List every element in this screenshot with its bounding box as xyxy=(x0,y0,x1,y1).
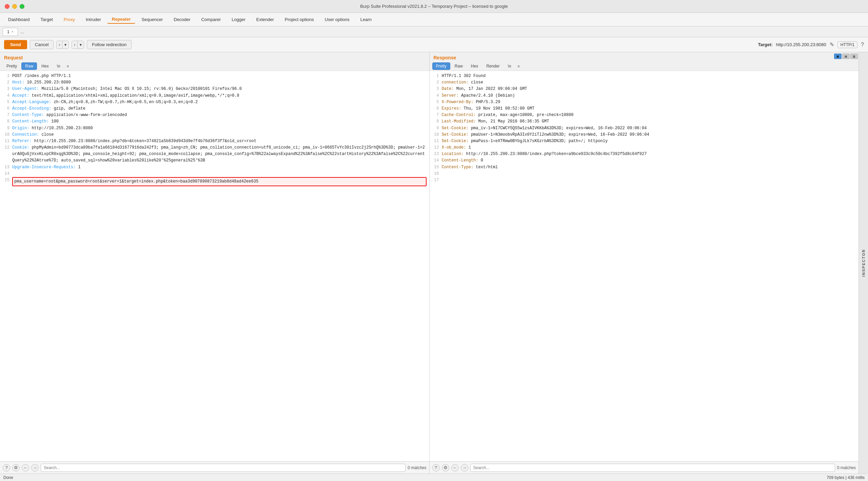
view-toggle-single[interactable]: ▥ xyxy=(850,54,858,59)
menu-repeater[interactable]: Repeater xyxy=(107,15,136,24)
request-line: 1POST /index.php HTTP/1.1 xyxy=(3,73,427,79)
help-icon[interactable]: ? xyxy=(861,42,864,48)
response-line: 16 xyxy=(432,171,856,177)
request-matches-label: 0 matches xyxy=(408,465,426,470)
menu-decoder[interactable]: Decoder xyxy=(169,16,195,23)
follow-redirection-button[interactable]: Follow redirection xyxy=(87,40,132,49)
target-url: http://10.255.200.23:8080 xyxy=(776,42,826,47)
request-line: 14 xyxy=(3,171,427,177)
menu-proxy[interactable]: Proxy xyxy=(59,16,80,23)
resp-tab-newline[interactable]: \n xyxy=(504,62,515,70)
status-size: 709 bytes | 436 millis xyxy=(827,475,865,480)
req-tab-menu-icon[interactable]: ≡ xyxy=(65,63,71,69)
response-search-next-icon[interactable]: → xyxy=(461,464,468,472)
menu-project-options[interactable]: Project options xyxy=(280,16,319,23)
response-line: 8Last-Modified: Mon, 21 May 2018 06:36:3… xyxy=(432,118,856,125)
tabbar: 1 × ... xyxy=(0,26,868,37)
menu-learn[interactable]: Learn xyxy=(356,16,376,23)
resp-tab-pretty[interactable]: Pretty xyxy=(432,62,450,70)
menu-extender[interactable]: Extender xyxy=(252,16,279,23)
menu-intruder[interactable]: Intruder xyxy=(81,16,106,23)
http-version-badge[interactable]: HTTP/1 xyxy=(837,41,857,48)
response-header: Response xyxy=(430,52,859,62)
menu-comparer[interactable]: Comparer xyxy=(196,16,225,23)
request-line: 2Host: 10.255.200.23:8080 xyxy=(3,79,427,86)
nav-forward-button[interactable]: › xyxy=(72,41,78,49)
req-tab-newline[interactable]: \n xyxy=(53,62,64,70)
request-line: 13Upgrade-Insecure-Requests: 1 xyxy=(3,164,427,171)
response-line: 12X-ob_mode: 1 xyxy=(432,145,856,151)
response-settings-icon[interactable]: ⚙ xyxy=(442,464,449,472)
menu-user-options[interactable]: User options xyxy=(320,16,354,23)
response-line: 2connection: close xyxy=(432,79,856,86)
tab-close-icon[interactable]: × xyxy=(12,30,14,34)
resp-tab-menu-icon[interactable]: ≡ xyxy=(516,63,522,69)
request-settings-icon[interactable]: ⚙ xyxy=(12,464,20,472)
resp-tab-hex[interactable]: Hex xyxy=(467,62,482,70)
titlebar: Burp Suite Professional v2021.8.2 – Temp… xyxy=(0,0,868,13)
target-label: Target: xyxy=(758,42,772,47)
response-matches-label: 0 matches xyxy=(837,465,856,470)
menu-dashboard[interactable]: Dashboard xyxy=(3,16,35,23)
response-help-icon[interactable]: ? xyxy=(432,464,440,472)
response-line: 10Set-Cookie: pmaUser-1=N3moobvRpA3Ix0Y2… xyxy=(432,132,856,138)
response-line: 9Set-Cookie: pma_iv-1=NI7CWCY5QS5w1zsAIV… xyxy=(432,125,856,132)
statusbar: Done 709 bytes | 436 millis xyxy=(0,474,868,481)
response-search-bar: ? ⚙ ← → 0 matches xyxy=(430,461,859,474)
request-header: Request xyxy=(0,52,429,62)
request-line: 5Accept-Language: zh-CN,zh;q=0.8,zh-TW;q… xyxy=(3,99,427,105)
req-tab-pretty[interactable]: Pretty xyxy=(3,62,21,70)
inspector-label: INSPECTOR xyxy=(862,249,866,277)
req-tab-raw[interactable]: Raw xyxy=(21,62,37,70)
panels-wrapper: Request Pretty Raw Hex \n ≡ 1POST /index… xyxy=(0,52,859,474)
target-info: Target: http://10.255.200.23:8080 ✎ HTTP… xyxy=(758,41,864,48)
maximize-button[interactable] xyxy=(20,4,24,9)
view-toggles: ▦ ▤ ▥ xyxy=(834,54,858,59)
response-line: 6Expires: Thu, 19 Nov 1981 08:52:00 GMT xyxy=(432,105,856,112)
window-title: Burp Suite Professional v2021.8.2 – Temp… xyxy=(360,4,508,9)
nav-forward-dropdown[interactable]: ▾ xyxy=(78,41,84,49)
response-line: 13Location: http://10.255.200.23:8080/in… xyxy=(432,151,856,157)
resp-tab-raw[interactable]: Raw xyxy=(451,62,467,70)
tab-label: 1 xyxy=(7,30,9,34)
repeater-tab-1[interactable]: 1 × xyxy=(3,28,18,36)
request-search-bar: ? ⚙ ← → 0 matches xyxy=(0,461,429,474)
nav-back-button[interactable]: ‹ xyxy=(57,41,62,49)
request-search-prev-icon[interactable]: ← xyxy=(22,464,29,472)
close-button[interactable] xyxy=(5,4,9,9)
response-line: 11Set-Cookie: pmaPass-1=eXTRmw0BYbgJLk7s… xyxy=(432,138,856,145)
menu-target[interactable]: Target xyxy=(36,16,58,23)
response-line: 5X-Powered-By: PHP/5.3.29 xyxy=(432,99,856,105)
request-line: 15pma_username=root&pma_password=root&se… xyxy=(3,177,427,186)
response-line: 17 xyxy=(432,177,856,184)
request-line: 3User-Agent: Mozilla/5.0 (Macintosh; Int… xyxy=(3,86,427,92)
view-toggle-stacked[interactable]: ▤ xyxy=(842,54,850,59)
edit-target-icon[interactable]: ✎ xyxy=(830,41,834,48)
response-search-prev-icon[interactable]: ← xyxy=(451,464,459,472)
menu-logger[interactable]: Logger xyxy=(227,16,250,23)
resp-tab-render[interactable]: Render xyxy=(482,62,503,70)
minimize-button[interactable] xyxy=(12,4,17,9)
response-line: 15Content-Type: text/html xyxy=(432,164,856,171)
cancel-button[interactable]: Cancel xyxy=(30,40,54,49)
req-tab-hex[interactable]: Hex xyxy=(38,62,52,70)
request-lines: 1POST /index.php HTTP/1.12Host: 10.255.2… xyxy=(3,73,427,186)
response-search-input[interactable] xyxy=(470,464,835,472)
request-line: 10Connection: close xyxy=(3,132,427,138)
request-line: 11Referer: http://10.255.200.23:8080/ind… xyxy=(3,138,427,145)
target-icons: ✎ xyxy=(830,41,834,48)
tab-more[interactable]: ... xyxy=(18,30,27,34)
menu-sequencer[interactable]: Sequencer xyxy=(137,16,167,23)
request-help-icon[interactable]: ? xyxy=(3,464,10,472)
send-button[interactable]: Send xyxy=(4,40,27,49)
window-controls xyxy=(5,4,24,9)
view-toggle-split[interactable]: ▦ xyxy=(834,54,842,59)
request-search-input[interactable] xyxy=(41,464,406,472)
request-line: 8Content-Length: 100 xyxy=(3,118,427,125)
request-panel: Request Pretty Raw Hex \n ≡ 1POST /index… xyxy=(0,52,430,474)
inspector-panel[interactable]: INSPECTOR xyxy=(859,52,868,474)
nav-back-dropdown[interactable]: ▾ xyxy=(62,41,68,49)
request-search-next-icon[interactable]: → xyxy=(31,464,39,472)
response-line: 4Server: Apache/2.4.10 (Debian) xyxy=(432,93,856,99)
response-line: 7Cache-Control: private, max-age=10800, … xyxy=(432,112,856,118)
